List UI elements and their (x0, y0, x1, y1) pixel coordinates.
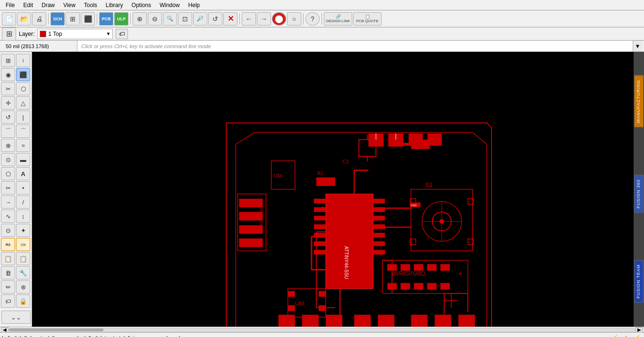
lt-row-5: ↺ | (1, 110, 31, 124)
delete-btn[interactable]: 🗑 (1, 266, 15, 279)
route-wave-btn[interactable]: ≈ (16, 139, 30, 152)
ratsnest-btn[interactable]: ◉ (1, 68, 15, 81)
line-btn[interactable]: / (16, 195, 30, 209)
warning-icon[interactable]: ⚠ (621, 333, 631, 337)
right-panel: MANUFACTURING FUSION 360 FUSION TEAM (634, 52, 644, 327)
arc2-btn[interactable]: ⌒ (16, 125, 30, 138)
info-toggle-btn[interactable]: i (16, 54, 30, 67)
text-btn[interactable]: A (16, 167, 30, 180)
draw-btn[interactable]: ✏ (1, 280, 15, 294)
menu-window[interactable]: Window (156, 1, 184, 9)
circle-btn[interactable]: ⊙ (1, 153, 15, 166)
new-button[interactable]: 📄 (2, 12, 16, 25)
svg-rect-9 (314, 241, 326, 246)
redo-button[interactable]: → (257, 12, 271, 25)
scroll-left-btn[interactable]: ◀ (1, 327, 8, 333)
command-line[interactable]: Click or press Ctrl+L key to activate co… (77, 41, 633, 51)
menu-tools[interactable]: Tools (80, 1, 101, 9)
zoom-fit-button[interactable]: 🔍 (163, 12, 177, 25)
r2-component: R2 (1, 238, 15, 251)
cut-btn[interactable]: ✂ (1, 82, 15, 95)
arrow-btn[interactable]: → (1, 195, 15, 209)
hscroll-thumb[interactable] (9, 329, 103, 331)
menu-help[interactable]: Help (185, 1, 204, 9)
lightning1-icon[interactable]: ⚡ (610, 333, 619, 337)
grid-toggle-btn[interactable]: ⊞ (1, 54, 15, 67)
layer-vis-btn[interactable]: ⬛ (16, 68, 30, 81)
forward-button[interactable]: ○ (287, 12, 301, 25)
menu-view[interactable]: View (59, 1, 79, 9)
fusion-team-tab[interactable]: FUSION TEAM (634, 260, 644, 303)
svg-rect-24 (441, 264, 450, 270)
open-button[interactable]: 📂 (17, 12, 31, 25)
grid-button[interactable]: ⊞ (2, 27, 16, 41)
sch-button[interactable]: SCH (51, 12, 65, 25)
help-button[interactable]: ? (305, 12, 320, 25)
scroll-right-btn[interactable]: ▶ (636, 327, 643, 333)
svg-rect-28 (427, 283, 437, 290)
hscroll-track[interactable] (8, 328, 636, 332)
layout-button[interactable]: ⊞ (66, 12, 80, 25)
lt-row-16: ✏ ⊛ (1, 280, 31, 294)
mirror-btn[interactable]: △ (16, 96, 30, 110)
target-btn[interactable]: ⊙ (1, 224, 15, 237)
sep3 (130, 13, 131, 25)
menu-draw[interactable]: Draw (38, 1, 59, 9)
lock-btn[interactable]: 🔒 (16, 295, 30, 308)
print-button[interactable]: 🖨 (32, 12, 46, 25)
undo-button[interactable]: ← (242, 12, 256, 25)
refresh-button[interactable]: ↺ (208, 12, 222, 25)
cam-button[interactable]: ⬛ (81, 12, 95, 25)
props-btn[interactable]: 🔧 (16, 266, 30, 279)
split-btn[interactable]: | (16, 110, 30, 124)
layer-tag-button[interactable]: 🏷 (116, 29, 128, 39)
cut2-btn[interactable]: ✂ (1, 181, 15, 194)
drc-button[interactable]: ✕ (223, 12, 237, 25)
spin-btn[interactable]: ⊛ (16, 280, 30, 294)
pcb-button[interactable]: PCB (99, 12, 113, 25)
menu-library[interactable]: Library (102, 1, 127, 9)
paste2-btn[interactable]: 📋 (16, 252, 30, 265)
paste-btn[interactable]: 📋 (1, 252, 15, 265)
ulp-button[interactable]: ULP (114, 12, 128, 25)
menu-options[interactable]: Options (128, 1, 155, 9)
lt-row-collapse: ⌄⌄ (1, 311, 31, 324)
polygon-btn[interactable]: ⬡ (16, 82, 30, 95)
move-btn[interactable]: ✛ (1, 96, 15, 110)
fusion360-tab[interactable]: FUSION 360 (634, 175, 644, 213)
stop-button[interactable]: ⬤ (272, 12, 286, 25)
zoom-100-button[interactable]: 🔎 (193, 12, 207, 25)
bottombar: Left-click & drag to define group (or le… (0, 332, 644, 337)
zoom-out-button[interactable]: ⊖ (148, 12, 162, 25)
pcb-svg[interactable]: ATTINY44-SSU AVRISPSMD + R1 (32, 52, 634, 327)
menu-edit[interactable]: Edit (19, 1, 37, 9)
tag-btn[interactable]: 🏷 (1, 295, 15, 308)
pcb-canvas-area[interactable]: ATTINY44-SSU AVRISPSMD + R1 (32, 52, 634, 327)
rect-btn[interactable]: ▬ (16, 153, 30, 166)
rotate-btn[interactable]: ↺ (1, 110, 15, 124)
pcb-quote-button[interactable]: 📋 PCB QUOTE (353, 12, 381, 25)
hscrollbar[interactable]: ◀ ▶ (0, 327, 644, 332)
pcb-quote-icon: 📋 (365, 14, 370, 19)
star-btn[interactable]: ✦ (16, 224, 30, 237)
poly-draw-btn[interactable]: ⬠ (1, 167, 15, 180)
zoom-in-button[interactable]: ⊕ (133, 12, 147, 25)
zoom-area-button[interactable]: ⊡ (178, 12, 192, 25)
design-link-label: DESIGN LINK (326, 19, 350, 24)
menu-file[interactable]: File (2, 1, 18, 9)
wave-btn[interactable]: ∿ (1, 210, 15, 223)
via-btn[interactable]: ⊕ (1, 139, 15, 152)
point-btn[interactable]: • (16, 181, 30, 194)
sep5 (303, 13, 304, 25)
arc1-btn[interactable]: ⌒ (1, 125, 15, 138)
layer-color-indicator (40, 31, 46, 37)
menubar: File Edit Draw View Tools Library Option… (0, 0, 644, 10)
svg-rect-90 (378, 315, 394, 327)
layer-dropdown[interactable]: 1 Top ▼ (37, 29, 113, 39)
manufacturing-tab[interactable]: MANUFACTURING (634, 76, 644, 127)
cmd-dropdown-arrow[interactable]: ▼ (633, 41, 642, 51)
size-btn[interactable]: ↕ (16, 210, 30, 223)
lightning2-icon[interactable]: ⚡ (633, 333, 642, 337)
collapse-btn[interactable]: ⌄⌄ (1, 311, 31, 324)
design-link-button[interactable]: 🔗 DESIGN LINK (324, 12, 352, 25)
